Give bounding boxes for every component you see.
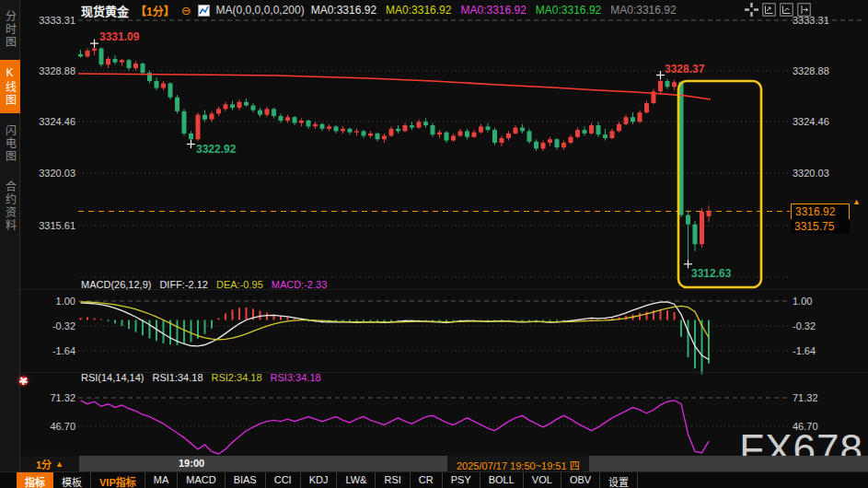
- macd-dea-value: DEA:-0.95: [216, 279, 263, 290]
- price-extreme-label: 3312.63: [691, 267, 731, 280]
- axis-tick: 3320.03: [793, 167, 857, 180]
- axis-tick: -1.64: [28, 344, 75, 357]
- ma-value: MA0:3316.92: [386, 4, 451, 17]
- session-range-label: 2025/07/17 19:50~19:51 四: [447, 456, 589, 471]
- sidebar-item-kline-chart[interactable]: K线图: [0, 60, 20, 113]
- time-tick: 19:00: [179, 458, 204, 469]
- axis-tick: 46.70: [28, 420, 75, 433]
- rsi3-value: RSI3:34.18: [271, 372, 321, 383]
- axis-tick: 3328.88: [28, 64, 75, 77]
- ma-value: MA0:3316.92: [610, 4, 676, 17]
- tab-cci[interactable]: CCI: [266, 472, 301, 488]
- axis-tick: 3328.88: [793, 64, 857, 77]
- time-axis: 1分 ▲ 19:00 2025/07/17 19:50~19:51 四: [20, 456, 868, 471]
- tab-ma[interactable]: MA: [145, 472, 179, 488]
- rsi-indicator-row: RSI(14,14,14) RSI1:34.18 RSI2:34.18 RSI3…: [81, 372, 321, 383]
- bottom-toolbar-tabs: 指标模板VIP指标MAMACDBIASCCIKDJLW&RSICRPSYBOLL…: [0, 471, 868, 488]
- ma-value: MA0:3316.92: [536, 4, 601, 17]
- last-price-badge: 3316.92: [791, 203, 850, 220]
- sidebar: 分时图K线图闪电图合约资料: [0, 0, 20, 471]
- period-label[interactable]: 【1分】: [135, 3, 175, 18]
- trading-app: 分时图K线图闪电图合约资料 现货黄金 【1分】 ⊖ MA(0,0,0,0,0,2…: [0, 0, 868, 488]
- price-extreme-label: 3331.09: [99, 30, 139, 43]
- axis-tick: 3320.03: [28, 167, 75, 180]
- rsi1-value: RSI1:34.18: [152, 372, 203, 383]
- tab-lw[interactable]: LW&: [337, 472, 376, 488]
- tab-template[interactable]: 模板: [53, 472, 91, 488]
- triangle-up-icon: ▲: [55, 459, 64, 469]
- latest-price-arrow-icon[interactable]: ▲: [852, 197, 861, 206]
- tab-bias[interactable]: BIAS: [226, 472, 266, 488]
- zoom-axis-icon[interactable]: [762, 3, 776, 17]
- macd-title: MACD(26,12,9): [81, 279, 151, 290]
- tab-macd[interactable]: MACD: [178, 472, 225, 488]
- tab-rsi[interactable]: RSI: [376, 472, 410, 488]
- ma-value: MA0:3316.92: [460, 4, 526, 17]
- tab-boll[interactable]: BOLL: [480, 472, 524, 488]
- axis-tick: 1.00: [28, 295, 75, 308]
- axis-tick: 3324.46: [28, 115, 75, 128]
- interval-selector[interactable]: 1分 ▲: [20, 456, 79, 471]
- tab-settings[interactable]: 设置: [600, 472, 638, 488]
- tab-obv[interactable]: OBV: [561, 472, 600, 488]
- rsi2-value: RSI2:34.18: [212, 372, 262, 383]
- axis-tick: 3324.46: [793, 115, 857, 128]
- sidebar-item-lightning-chart[interactable]: 闪电图: [0, 118, 20, 169]
- ma-settings-label: MA(0,0,0,0,0,200): [216, 4, 305, 17]
- header-ma-values: MA0:3316.92MA0:3316.92MA0:3316.92MA0:331…: [311, 4, 677, 17]
- macd-macd-value: MACD:-2.33: [272, 279, 328, 290]
- mini-chart-icon[interactable]: [198, 5, 210, 17]
- price-extreme-label: 3322.92: [196, 143, 236, 156]
- live-alert-icon: [19, 377, 28, 385]
- axis-tick: 3315.61: [28, 219, 75, 232]
- tab-psy[interactable]: PSY: [443, 472, 480, 488]
- scale-axis-icon[interactable]: [780, 3, 793, 17]
- axis-tick: 1.00: [793, 295, 857, 308]
- crosshair-icon[interactable]: [745, 3, 758, 17]
- axis-tick: -1.64: [793, 344, 857, 357]
- tab-vol[interactable]: VOL: [524, 472, 561, 488]
- chart-header: 现货黄金 【1分】 ⊖ MA(0,0,0,0,0,200) MA0:3316.9…: [81, 2, 677, 18]
- axis-tick: -0.32: [793, 320, 857, 332]
- header-toolbar: [745, 3, 811, 17]
- price-extreme-label: 3328.37: [665, 63, 704, 76]
- prev-price-badge: 3315.75: [791, 219, 850, 234]
- tab-vip-indicator[interactable]: VIP指标: [91, 472, 145, 488]
- symbol-name: 现货黄金: [81, 2, 129, 19]
- ma-value: MA0:3316.92: [311, 4, 376, 17]
- tab-indicator[interactable]: 指标: [17, 472, 53, 488]
- sidebar-item-contract-info[interactable]: 合约资料: [0, 174, 20, 238]
- rsi-title: RSI(14,14,14): [81, 372, 144, 383]
- axis-tick: 71.32: [793, 391, 857, 404]
- axis-tick: 3333.31: [28, 14, 75, 27]
- axis-tick: 71.32: [28, 391, 75, 404]
- tab-cr[interactable]: CR: [411, 472, 443, 488]
- macd-diff-value: DIFF:-2.12: [159, 279, 208, 290]
- macd-indicator-row: MACD(26,12,9) DIFF:-2.12 DEA:-0.95 MACD:…: [81, 279, 327, 290]
- axis-tick: -0.32: [28, 320, 75, 332]
- tab-kdj[interactable]: KDJ: [301, 472, 338, 488]
- interval-label: 1分: [36, 457, 52, 471]
- collapse-icon[interactable]: ⊖: [181, 4, 191, 17]
- sidebar-item-time-share-chart[interactable]: 分时图: [0, 4, 20, 55]
- chart-canvas[interactable]: [0, 0, 868, 488]
- shift-right-icon[interactable]: [797, 3, 811, 17]
